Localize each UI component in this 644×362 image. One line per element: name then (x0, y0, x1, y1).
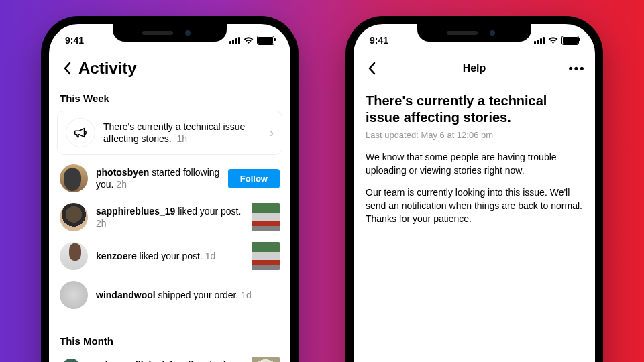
username[interactable]: photosbyen (96, 167, 149, 178)
post-thumb[interactable] (252, 242, 280, 270)
screen-activity: 9:41 Activity This Week There's currentl… (49, 24, 290, 362)
activity-row[interactable]: sapphireblues_19 liked your post. 2h (49, 198, 290, 237)
username[interactable]: windandwool (96, 290, 156, 300)
signal-icon (229, 37, 241, 44)
follow-button[interactable]: Follow (228, 169, 280, 188)
post-thumb[interactable] (252, 357, 280, 362)
chevron-right-icon: › (270, 126, 274, 140)
page-title: Activity (78, 59, 137, 78)
section-this-month: This Month (49, 326, 290, 352)
time: 2h (116, 179, 127, 190)
nav-activity: Activity (49, 54, 290, 83)
more-button[interactable]: ••• (567, 58, 587, 78)
activity-text: eloears,lil_lapislazuli and others liked… (100, 359, 244, 362)
screen-help: 9:41 Help ••• There's currently a techni… (354, 24, 595, 362)
activity-text: sapphireblues_19 liked your post. 2h (96, 205, 244, 229)
activity-text: windandwool shipped your order. 1d (96, 289, 280, 301)
nav-help: Help ••• (354, 54, 595, 83)
divider (49, 320, 290, 320)
time: 2h (96, 218, 107, 229)
activity-row[interactable]: kenzoere liked your post. 1d (49, 237, 290, 276)
status-time: 9:41 (370, 35, 388, 46)
section-this-week: This Week (49, 83, 290, 109)
status-right (229, 36, 275, 45)
battery-icon (257, 36, 274, 45)
status-time: 9:41 (65, 35, 84, 46)
time: 1d (241, 290, 252, 300)
help-body: There's currently a technical issue affe… (354, 83, 595, 245)
help-paragraph: We know that some people are having trou… (366, 151, 583, 177)
megaphone-icon (66, 118, 95, 147)
username[interactable]: sapphireblues_19 (96, 206, 175, 217)
canvas: 9:41 Activity This Week There's currentl… (0, 0, 644, 362)
notch (113, 24, 227, 42)
activity-text: kenzoere liked your post. 1d (96, 250, 244, 262)
username[interactable]: kenzoere (96, 251, 137, 261)
alert-time: 1h (176, 133, 187, 144)
activity-row[interactable]: windandwool shipped your order. 1d (49, 276, 290, 314)
activity-text: photosbyen started following you. 2h (96, 166, 220, 190)
alert-body: There's currently a technical issue affe… (103, 121, 245, 144)
wifi-icon (244, 37, 254, 44)
notch (417, 24, 531, 42)
activity-row[interactable]: eloears,lil_lapislazuli and others liked… (49, 352, 290, 362)
time: 1d (205, 251, 216, 261)
avatar[interactable] (60, 242, 88, 270)
wifi-icon (548, 37, 558, 44)
help-heading: There's currently a technical issue affe… (366, 93, 583, 126)
avatar[interactable] (60, 164, 88, 192)
post-thumb[interactable] (252, 203, 280, 231)
avatar[interactable] (60, 203, 88, 231)
phone-right: 9:41 Help ••• There's currently a techni… (345, 16, 603, 362)
alert-text: There's currently a technical issue affe… (103, 121, 262, 145)
phone-left: 9:41 Activity This Week There's currentl… (41, 16, 299, 362)
alert-row[interactable]: There's currently a technical issue affe… (57, 111, 282, 155)
activity-row[interactable]: photosbyen started following you. 2h Fol… (49, 159, 290, 198)
avatar[interactable] (60, 281, 88, 309)
help-updated: Last updated: May 6 at 12:06 pm (366, 130, 583, 140)
signal-icon (534, 37, 545, 44)
help-paragraph: Our team is currently looking into this … (366, 186, 583, 226)
battery-icon (561, 36, 579, 45)
back-button[interactable] (56, 57, 78, 80)
avatar-cluster[interactable] (60, 357, 92, 362)
status-right (534, 36, 580, 45)
page-title: Help (354, 62, 595, 74)
